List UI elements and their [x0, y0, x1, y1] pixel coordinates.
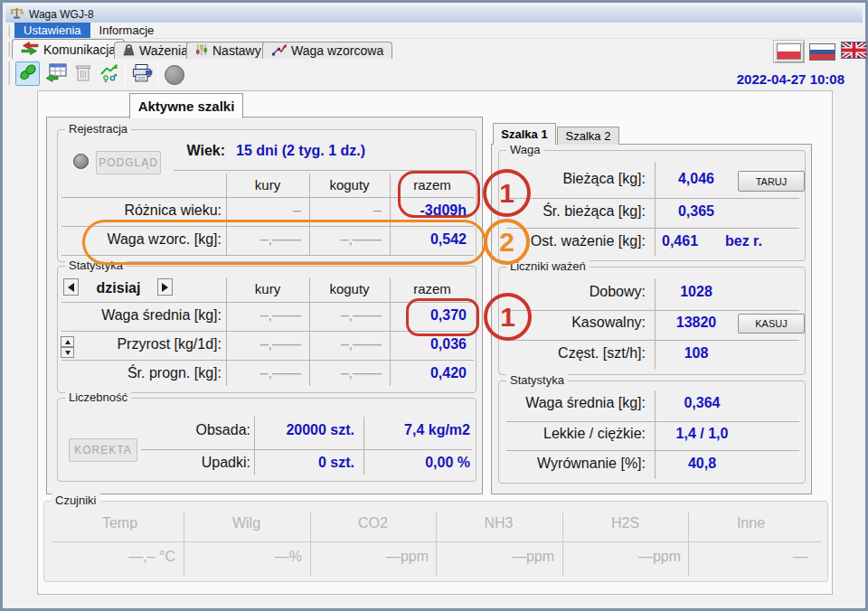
tabbar-grip[interactable]	[7, 42, 10, 57]
tab-szalka-1[interactable]: Szalka 1	[493, 123, 556, 145]
app-scale-icon	[10, 7, 24, 22]
poland-flag-icon	[777, 43, 801, 60]
statystyka-szalki-title: Statystyka	[506, 373, 568, 387]
divider	[562, 512, 563, 576]
divider	[506, 450, 799, 451]
title-bar: Waga WGJ-8	[5, 5, 863, 23]
obsada-gestosc: 7,4 kg/m2	[404, 422, 470, 438]
podglad-button[interactable]: PODGLĄD	[96, 151, 161, 174]
flag-poland-button[interactable]	[773, 40, 805, 63]
waga-group-title: Waga	[506, 143, 543, 156]
ost-wazenie-label: Ost. ważenie [kg]:	[531, 233, 646, 249]
up-icon	[65, 340, 71, 344]
kasowalny-label: Kasowalny:	[571, 315, 646, 331]
tab-wazenia-label: Ważenia	[139, 43, 188, 58]
divider	[506, 340, 799, 341]
roznica-wieku-label: Różnica wieku:	[124, 202, 222, 219]
sr-progn-razem: 0,420	[430, 365, 467, 381]
sensor-header-inne: Inne	[688, 515, 814, 531]
przyrost-label: Przyrost [kg/1d]:	[117, 336, 222, 352]
liczniki-group: Liczniki ważeń Dobowy: 1028 Kasowalny: 1…	[498, 267, 806, 375]
przyrost-koguty: –,——	[341, 336, 382, 352]
divider	[310, 512, 311, 576]
prev-period-button[interactable]	[63, 278, 79, 296]
statistics-button[interactable]	[97, 62, 121, 87]
annotation-circle-1b: 1	[484, 293, 532, 341]
down-icon	[65, 351, 71, 355]
waga-srednia-label: Waga średnia [kg]:	[101, 307, 222, 324]
liczebnosc-group-title: Liczebność	[65, 390, 131, 404]
kasowalny-value: 13820	[655, 315, 738, 331]
spinner-down-button[interactable]	[61, 347, 74, 358]
przyrost-razem: 0,036	[430, 336, 467, 352]
ost-wazenie-value: 0,461	[662, 233, 698, 249]
menu-informacje[interactable]: Informacje	[90, 23, 164, 38]
connect-icon	[18, 62, 38, 86]
tab-komunikacja[interactable]: Komunikacja	[12, 39, 125, 59]
flag-russia-button[interactable]	[809, 43, 835, 61]
export-table-button[interactable]	[43, 62, 68, 87]
wyrownanie-label: Wyrównanie [%]:	[537, 456, 646, 472]
waga-group: Waga Bieżąca [kg]: 4,046 TARUJ Śr. bieżą…	[498, 150, 806, 261]
spinner-up-button[interactable]	[61, 336, 74, 347]
lekkie-ciezkie-value: 1,4 / 1,0	[655, 426, 750, 442]
waga-srednia-szalki-value: 0,364	[655, 395, 750, 411]
delete-data-button[interactable]	[71, 62, 95, 87]
czujniki-group: Czujniki Temp Wilg CO2 NH3 H2S Inne —,– …	[43, 501, 828, 582]
col-header-razem: razem	[390, 281, 475, 296]
col-header-kury: kury	[226, 281, 309, 296]
sensor-value-nh3: —ppm	[512, 549, 554, 565]
dobowy-label: Dobowy:	[590, 284, 646, 300]
lekkie-ciezkie-label: Lekkie / ciężkie:	[543, 426, 646, 442]
divider	[184, 512, 184, 576]
annotation-box-razem	[398, 171, 480, 218]
tab-nastawy[interactable]: Nastawy	[186, 42, 270, 59]
menubar-grip[interactable]	[7, 24, 10, 37]
sensor-value-co2: —ppm	[386, 549, 429, 565]
tab-wazenia[interactable]: Ważenia	[114, 42, 197, 59]
toolbar-separator	[13, 62, 14, 86]
flag-uk-button[interactable]	[841, 43, 867, 61]
tab-aktywne-szalki[interactable]: Aktywne szalki	[129, 93, 243, 118]
upadki-sztuki: 0 szt.	[318, 455, 354, 471]
divider	[52, 541, 822, 542]
printer-icon	[131, 63, 153, 87]
czujniki-group-title: Czujniki	[52, 494, 100, 507]
tab-waga-wzorcowa-label: Waga wzorcowa	[291, 43, 383, 58]
sr-biezaca-value: 0,365	[655, 203, 738, 220]
divider	[688, 512, 689, 576]
next-period-button[interactable]	[157, 278, 173, 296]
connect-button[interactable]	[15, 61, 40, 86]
period-label: dzisiaj	[83, 280, 154, 296]
upadki-label: Upadki:	[202, 455, 250, 471]
divider	[390, 277, 391, 386]
sr-progn-label: Śr. progn. [kg]:	[127, 365, 222, 381]
sensor-value-wilg: —%	[275, 549, 302, 565]
tab-szalka-2[interactable]: Szalka 2	[557, 127, 619, 145]
korekta-button[interactable]: KOREKTA	[69, 438, 137, 462]
col-header-koguty: koguty	[309, 177, 390, 193]
biezaca-label: Bieżąca [kg]:	[562, 171, 646, 187]
waga-srednia-szalki-label: Waga średnia [kg]:	[525, 395, 646, 411]
sensor-value-h2s: —ppm	[638, 549, 681, 565]
annotation-box-waga-srednia	[406, 298, 479, 336]
tab-nastawy-label: Nastawy	[212, 43, 261, 58]
biezaca-value: 4,046	[655, 171, 738, 187]
obsada-label: Obsada:	[196, 422, 250, 438]
sensor-value-temp: —,– °C	[128, 549, 175, 565]
tab-waga-wzorcowa[interactable]: Waga wzorcowa	[262, 42, 392, 59]
window-title: Waga WGJ-8	[29, 8, 94, 21]
taruj-button[interactable]: TARUJ	[738, 171, 805, 192]
status-circle-button[interactable]	[162, 62, 186, 87]
roznica-wieku-kury: –	[293, 202, 301, 219]
divider	[506, 198, 799, 199]
upadki-procent: 0,00 %	[425, 455, 470, 471]
toolbar-grip[interactable]	[7, 61, 10, 85]
divider	[226, 277, 227, 386]
kasuj-button[interactable]: KASUJ	[738, 314, 805, 334]
trash-icon	[74, 63, 92, 87]
menu-ustawienia[interactable]: Ustawienia	[14, 23, 90, 38]
divider	[309, 277, 310, 386]
menu-bar: Ustawienia Informacje	[5, 23, 863, 39]
print-button[interactable]	[129, 62, 154, 87]
